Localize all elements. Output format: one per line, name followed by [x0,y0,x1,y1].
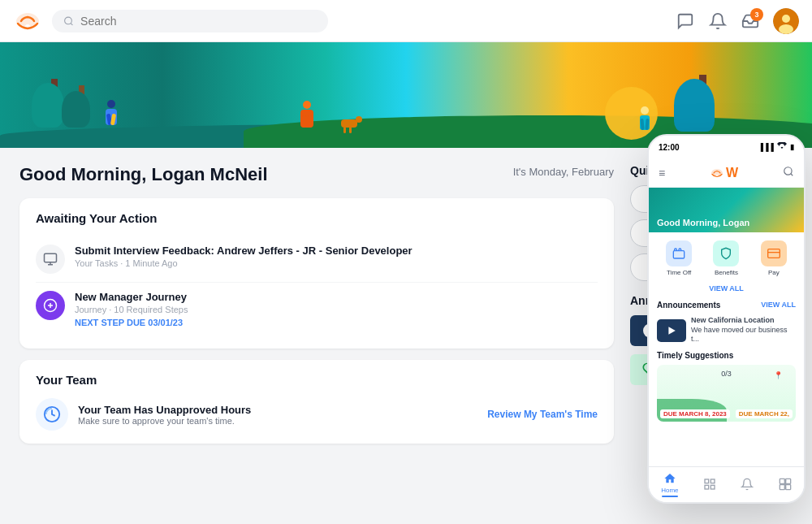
runner-figure [106,100,117,125]
walking-figure [640,106,650,130]
svg-rect-19 [710,479,715,483]
mobile-ann-item-subtitle: We have moved our business t... [691,326,796,344]
mobile-nav-notifications[interactable] [741,478,754,492]
time-off-box [666,240,692,266]
chart-due-left: DUE MARCH 8, 2023 [660,409,730,418]
svg-rect-5 [45,253,57,262]
svg-rect-14 [673,251,684,258]
action-icon-interview [36,245,65,274]
team-hours-title: Your Team Has Unapproved Hours [78,404,251,416]
team-hours-subtitle: Make sure to approve your team's time. [78,416,251,426]
team-hours-item: Your Team Has Unapproved Hours Make sure… [36,398,598,431]
review-team-time-link[interactable]: Review My Team's Time [487,409,598,420]
mobile-nav: ≡ W [649,158,804,188]
mobile-quick-icons: Time Off Benefits Pay [649,232,804,281]
inbox-badge: 3 [750,8,763,21]
mobile-announcements-header: Announcements VIEW ALL [649,296,804,313]
mobile-nav-tasks[interactable] [703,478,716,492]
awaiting-action-card: Awaiting Your Action Submit Interview Fe… [19,198,614,349]
mobile-ann-thumb [657,319,686,342]
svg-rect-20 [705,485,709,489]
mobile-time-off-icon[interactable]: Time Off [666,240,692,276]
action-item-journey: New Manager Journey Journey · 10 Require… [36,283,598,336]
team-hours-icon [36,398,68,431]
greeting-date: It's Monday, February [513,166,614,178]
mobile-ann-title: Announcements [657,301,720,310]
svg-rect-26 [785,479,790,483]
action-item-journey-subtitle: Journey · 10 Required Steps [75,305,188,314]
team-hours-text: Your Team Has Unapproved Hours Make sure… [78,404,251,426]
mobile-bottom-nav: Home [649,466,804,502]
timely-suggestions-section: Timely Suggestions 0/3 📍 DUE MARCH 8, 20… [649,348,804,425]
hero-banner [0,42,812,148]
mobile-greeting: Good Morning, Logan [657,218,749,227]
mobile-logo: W [710,166,738,180]
notifications-icon[interactable] [708,11,728,31]
map-pin-icon: 📍 [774,371,783,379]
svg-point-1 [65,17,72,24]
action-item-journey-title: New Manager Journey [75,291,188,303]
action-item-journey-text: New Manager Journey Journey · 10 Require… [75,291,188,327]
mobile-app-overlay: 12:00 ▐▐▐ ▮ ≡ W G [647,134,806,504]
action-item-journey-due: NEXT STEP DUE 03/01/23 [75,318,188,327]
mobile-home-indicator [662,496,678,497]
mobile-ann-text: New California Location We have moved ou… [691,316,796,344]
wifi-icon [777,142,787,152]
dog-figure [341,119,357,128]
svg-rect-27 [780,484,784,489]
svg-marker-17 [668,327,675,335]
user-avatar[interactable] [773,8,799,34]
workday-logo[interactable] [13,6,42,36]
mobile-nav-home[interactable]: Home [661,472,678,497]
action-item-interview-subtitle: Your Tasks · 1 Minute Ago [75,258,412,268]
search-bar[interactable] [52,10,328,32]
svg-rect-25 [780,479,784,483]
action-item-interview-title: Submit Interview Feedback: Andrew Jeffer… [75,245,412,257]
greeting-title: Good Morning, Logan McNeil [19,164,268,185]
mobile-status-icons: ▐▐▐ ▮ [758,142,794,152]
tree-left [45,79,64,128]
mobile-ann-view-all[interactable]: VIEW ALL [761,301,796,310]
greeting-row: Good Morning, Logan McNeil It's Monday, … [19,164,614,185]
nav-right-actions: 3 [676,8,799,34]
mobile-home-label: Home [661,487,678,494]
search-icon [63,15,74,27]
benefits-label: Benefits [715,269,738,276]
pay-label: Pay [768,269,780,276]
mobile-benefits-icon[interactable]: Benefits [713,240,739,276]
benefits-box [713,240,739,266]
chart-due-right: DUE MARCH 22, [736,409,793,418]
inbox-icon[interactable]: 3 [741,11,760,31]
action-item-interview: Submit Interview Feedback: Andrew Jeffer… [36,236,598,283]
mobile-hero: Good Morning, Logan [649,188,804,232]
time-off-label: Time Off [667,269,691,276]
orange-figure [300,101,313,128]
mobile-view-all[interactable]: VIEW ALL [649,281,804,296]
timely-chart: 0/3 📍 DUE MARCH 8, 2023 DUE MARCH 22, [657,365,796,422]
svg-point-4 [779,24,793,34]
action-icon-journey [36,291,65,320]
svg-rect-21 [710,485,715,489]
mobile-pay-icon[interactable]: Pay [761,240,787,276]
svg-point-3 [782,15,790,23]
signal-icon: ▐▐▐ [758,143,774,151]
mobile-ann-item: New California Location We have moved ou… [649,313,804,348]
battery-icon: ▮ [790,143,794,151]
mobile-ann-item-title: New California Location [691,316,796,326]
mobile-hamburger-icon[interactable]: ≡ [659,167,665,180]
mobile-search-icon[interactable] [783,166,794,180]
svg-rect-15 [767,249,780,258]
svg-point-13 [784,167,792,174]
top-navigation: 3 [0,0,812,42]
mobile-nav-menu[interactable] [779,478,792,492]
search-input[interactable] [80,15,317,28]
timely-title: Timely Suggestions [657,351,796,360]
chart-counter: 0/3 [721,370,732,378]
left-column: Good Morning, Logan McNeil It's Monday, … [19,164,614,508]
svg-rect-18 [705,479,709,483]
pay-box [761,240,787,266]
tree-center-left [73,85,90,128]
messages-icon[interactable] [676,11,695,31]
mobile-status-bar: 12:00 ▐▐▐ ▮ [649,136,804,158]
awaiting-action-title: Awaiting Your Action [36,211,598,225]
